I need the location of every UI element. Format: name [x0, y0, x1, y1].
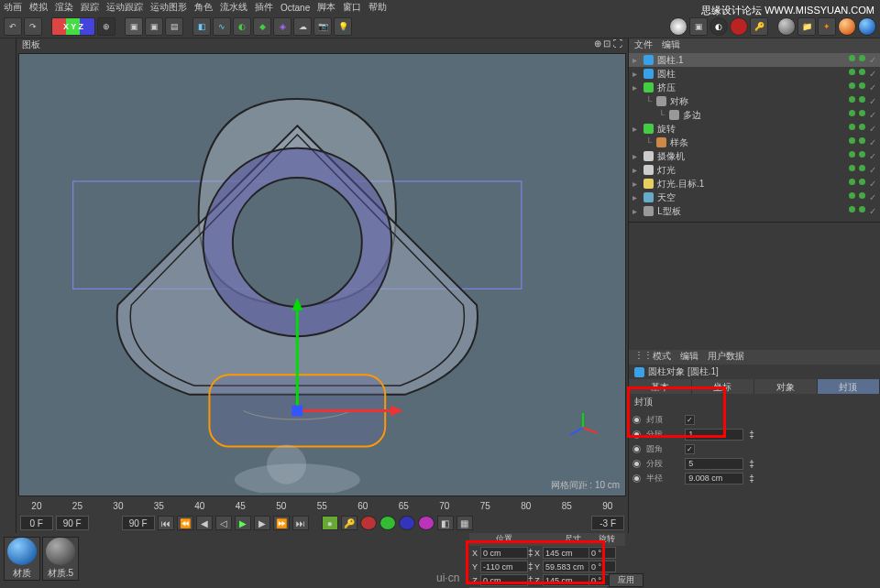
render-settings-button[interactable]: ▤	[165, 17, 183, 36]
attr-menu-userdata[interactable]: 用户数据	[708, 350, 744, 365]
mat-preview-button[interactable]	[777, 17, 796, 36]
snap-button[interactable]: ▣	[689, 17, 708, 36]
material-swatch[interactable]: 材质	[4, 537, 40, 581]
size-Z-input[interactable]	[543, 574, 590, 586]
autokey-button[interactable]: 🔑	[750, 17, 768, 36]
menu-item[interactable]: Octane	[280, 3, 310, 13]
attr-menu-edit[interactable]: 编辑	[680, 350, 698, 365]
render-dot[interactable]	[859, 69, 865, 75]
attr-menu-mode[interactable]: 模式	[653, 350, 671, 365]
next-key-button[interactable]: ⏩	[273, 516, 290, 530]
menu-item[interactable]: 脚本	[317, 1, 336, 14]
camera-button[interactable]: 📷	[314, 17, 332, 36]
render-region-button[interactable]: ▣	[145, 17, 163, 36]
material-swatch[interactable]: 材质.5	[42, 537, 79, 581]
goto-start-button[interactable]: ⏮	[158, 516, 174, 530]
pos-Z-input[interactable]	[480, 574, 528, 586]
tab-caps[interactable]: 封顶	[818, 379, 880, 394]
render-dot[interactable]	[859, 55, 865, 61]
expand-icon[interactable]: ▸	[632, 206, 640, 216]
expand-icon[interactable]: ▸	[632, 165, 640, 175]
octane-settings-button[interactable]	[858, 17, 876, 36]
play-back-button[interactable]: ◁	[215, 516, 232, 530]
key-button[interactable]	[730, 17, 748, 36]
goto-end-button[interactable]: ⏭	[292, 516, 309, 530]
render-dot[interactable]	[859, 179, 865, 185]
render-dot[interactable]	[859, 137, 865, 144]
object-tree[interactable]: ▸圆柱.1✓▸圆柱✓▸挤压✓└对称✓└多边✓▸旋转✓└样条✓▸摄像机✓▸灯光✓▸…	[629, 53, 880, 222]
object-row[interactable]: ▸挤压✓	[629, 81, 880, 94]
prev-frame-button[interactable]: ◀	[196, 516, 213, 530]
light-button[interactable]: 💡	[334, 17, 352, 36]
size-Y-input[interactable]	[543, 561, 590, 572]
object-row[interactable]: └样条✓	[629, 136, 880, 149]
render-button[interactable]: ▣	[125, 17, 143, 36]
menu-item[interactable]: 动画	[4, 1, 22, 14]
display-button[interactable]	[669, 17, 688, 36]
render-dot[interactable]	[859, 192, 865, 199]
key-pos-button[interactable]	[360, 516, 377, 530]
visibility-dot[interactable]	[849, 110, 855, 116]
menu-item[interactable]: 渲染	[55, 1, 73, 14]
key-scale-button[interactable]	[380, 516, 396, 530]
expand-icon[interactable]: ▸	[632, 124, 640, 134]
tab-object[interactable]: 对象	[754, 379, 817, 394]
current-frame-input[interactable]	[56, 516, 89, 530]
prev-key-button[interactable]: ⏪	[177, 516, 193, 530]
expand-icon[interactable]: ▸	[632, 69, 640, 79]
stepper-icon[interactable]: ‡	[749, 474, 754, 484]
size-X-input[interactable]	[543, 547, 590, 559]
menu-item[interactable]: 模拟	[29, 1, 48, 14]
visibility-dot[interactable]	[849, 165, 855, 171]
pos-X-input[interactable]	[480, 547, 528, 559]
expand-icon[interactable]: ▸	[632, 179, 640, 189]
viewport[interactable]: 网格间距 : 10 cm	[18, 53, 626, 496]
timeline-ruler[interactable]: 202530354045505560657075808590	[16, 498, 628, 513]
seg2-input[interactable]	[685, 458, 743, 470]
visibility-dot[interactable]	[849, 96, 855, 103]
mode-button[interactable]: ◐	[710, 17, 728, 36]
render-dot[interactable]	[859, 206, 865, 212]
generator-button[interactable]: ◆	[253, 17, 271, 36]
expand-icon[interactable]: ▸	[632, 82, 640, 93]
expand-icon[interactable]: ▸	[632, 192, 640, 202]
visibility-dot[interactable]	[849, 55, 855, 61]
render-dot[interactable]	[859, 165, 865, 171]
object-row[interactable]: └多边✓	[629, 108, 880, 122]
object-row[interactable]: ▸圆柱✓	[629, 67, 880, 81]
menu-item[interactable]: 角色	[194, 1, 213, 14]
spline-button[interactable]: ∿	[213, 17, 231, 36]
menu-item[interactable]: 运动跟踪	[106, 1, 143, 14]
menu-item[interactable]: 跟踪	[81, 1, 99, 14]
visibility-dot[interactable]	[849, 151, 855, 158]
rot-X-input[interactable]	[588, 547, 616, 559]
key-rot-button[interactable]	[399, 516, 415, 530]
redo-button[interactable]: ↷	[24, 17, 42, 36]
object-row[interactable]: ▸天空✓	[629, 191, 880, 204]
radius-input[interactable]	[685, 473, 743, 485]
seg1-input[interactable]	[685, 429, 743, 441]
environment-button[interactable]: ☁	[293, 17, 312, 36]
expand-icon[interactable]: └	[658, 110, 666, 120]
render-dot[interactable]	[859, 82, 865, 89]
object-row[interactable]: ▸摄像机✓	[629, 149, 880, 163]
object-row[interactable]: ▸灯光.目标.1✓	[629, 177, 880, 191]
menu-item[interactable]: 插件	[255, 1, 273, 14]
obj-menu-file[interactable]: 文件	[634, 38, 653, 53]
content-browser-button[interactable]: 📁	[798, 17, 816, 36]
menu-item[interactable]: 运动图形	[150, 1, 187, 14]
visibility-dot[interactable]	[849, 69, 855, 75]
key-pla-button[interactable]: ◧	[437, 516, 454, 530]
visibility-dot[interactable]	[849, 124, 855, 130]
visibility-dot[interactable]	[849, 82, 855, 89]
object-row[interactable]: └对称✓	[629, 94, 880, 108]
play-button[interactable]: ▶	[235, 516, 251, 530]
obj-menu-edit[interactable]: 编辑	[662, 38, 680, 53]
tab-basic[interactable]: 基本	[629, 379, 691, 394]
tab-coord[interactable]: 坐标	[692, 379, 754, 394]
octane-button[interactable]: ✦	[818, 17, 836, 36]
rot-Y-input[interactable]	[588, 561, 616, 572]
record-button[interactable]: ●	[322, 516, 338, 530]
deformer-button[interactable]: ◈	[273, 17, 292, 36]
menu-item[interactable]: 窗口	[343, 1, 361, 14]
